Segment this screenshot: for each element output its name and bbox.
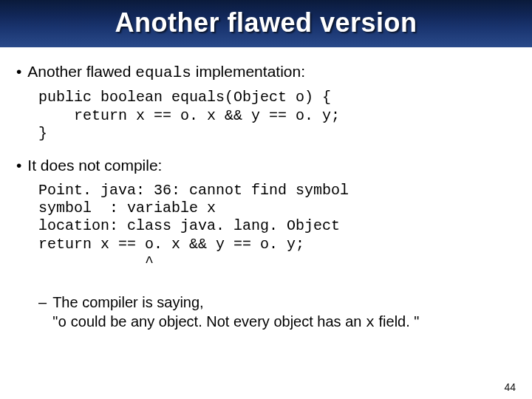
bullet-2-text: It does not compile: [27,156,162,175]
sub-mid: could be any object. Not every object ha… [66,313,366,330]
bullet-dot-icon: • [16,62,21,83]
code-block-2: Point. java: 36: cannot find symbol symb… [16,180,516,285]
bullet-1-text: Another flawed equals implementation: [27,62,305,83]
sub-end: field. " [375,313,419,330]
slide-body: • Another flawed equals implementation: … [0,47,532,332]
bullet-1-pre: Another flawed [27,63,135,80]
bullet-1-code: equals [135,64,191,81]
bullet-1: • Another flawed equals implementation: [16,62,516,83]
slide: Another flawed version • Another flawed … [0,0,532,399]
bullet-2: • It does not compile: [16,156,516,175]
title-band: Another flawed version [0,0,532,47]
slide-title: Another flawed version [0,7,532,38]
sub-bullet-dash-icon: – [38,293,47,332]
sub-line1: The compiler is saying, [52,294,204,310]
bullet-1-post: implementation: [191,63,305,80]
bullet-dot-icon: • [16,156,21,175]
page-number: 44 [504,381,516,393]
sub-bullet-text: The compiler is saying, "o could be any … [52,293,419,332]
code-block-1: public boolean equals(Object o) { return… [16,87,516,156]
sub-code-x: x [366,314,375,331]
sub-bullet: – The compiler is saying, "o could be an… [16,293,516,332]
sub-code-o: o [58,314,66,331]
